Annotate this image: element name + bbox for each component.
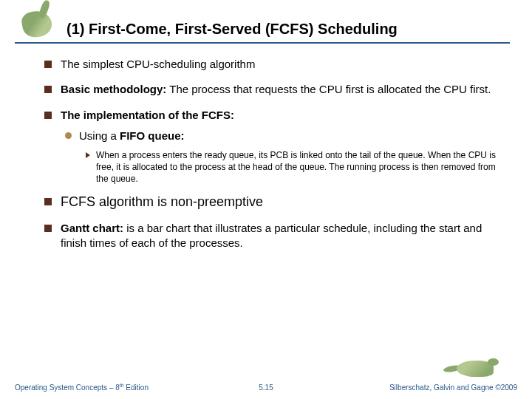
sub-bullet-item: Using a FIFO queue:	[65, 129, 502, 143]
title-underline	[15, 42, 510, 44]
bullet-item: The implementation of the FCFS:	[44, 108, 502, 123]
square-bullet-icon	[44, 112, 52, 119]
footer-right-text: Silberschatz, Galvin and Gagne ©2009	[389, 383, 517, 392]
triangle-bullet-icon	[86, 152, 90, 158]
slide-footer: Operating System Concepts – 8th Edition …	[0, 383, 532, 392]
square-bullet-icon	[44, 86, 52, 93]
bullet-text: Gantt chart: is a bar chart that illustr…	[61, 221, 502, 251]
subsub-bullet-item: When a process enters the ready queue, i…	[86, 149, 502, 185]
sub-bullet-text: Using a FIFO queue:	[79, 129, 185, 143]
bullet-text: Basic methodology: The process that requ…	[61, 82, 502, 97]
bullet-item: FCFS algorithm is non-preemptive	[44, 193, 502, 211]
bullet-item: Basic methodology: The process that requ…	[44, 82, 502, 97]
square-bullet-icon	[44, 61, 52, 68]
slide-title: (1) First-Come, First-Served (FCFS) Sche…	[66, 21, 510, 38]
bullet-item: Gantt chart: is a bar chart that illustr…	[44, 221, 502, 251]
dinosaur-bottom-icon	[451, 355, 502, 381]
square-bullet-icon	[44, 225, 52, 232]
slide: (1) First-Come, First-Served (FCFS) Sche…	[0, 0, 532, 399]
dot-bullet-icon	[65, 132, 72, 139]
slide-content: The simplest CPU-scheduling algorithm Ba…	[0, 44, 532, 268]
bullet-text: The simplest CPU-scheduling algorithm	[61, 57, 502, 72]
square-bullet-icon	[44, 198, 52, 205]
footer-left-text: Operating System Concepts – 8th Edition	[15, 383, 149, 392]
bullet-text: The implementation of the FCFS:	[61, 108, 502, 123]
bullet-item: The simplest CPU-scheduling algorithm	[44, 57, 502, 72]
bullet-text: FCFS algorithm is non-preemptive	[61, 193, 502, 211]
slide-header: (1) First-Come, First-Served (FCFS) Sche…	[0, 0, 532, 44]
footer-page-number: 5.15	[259, 383, 273, 392]
subsub-bullet-text: When a process enters the ready queue, i…	[96, 149, 502, 185]
